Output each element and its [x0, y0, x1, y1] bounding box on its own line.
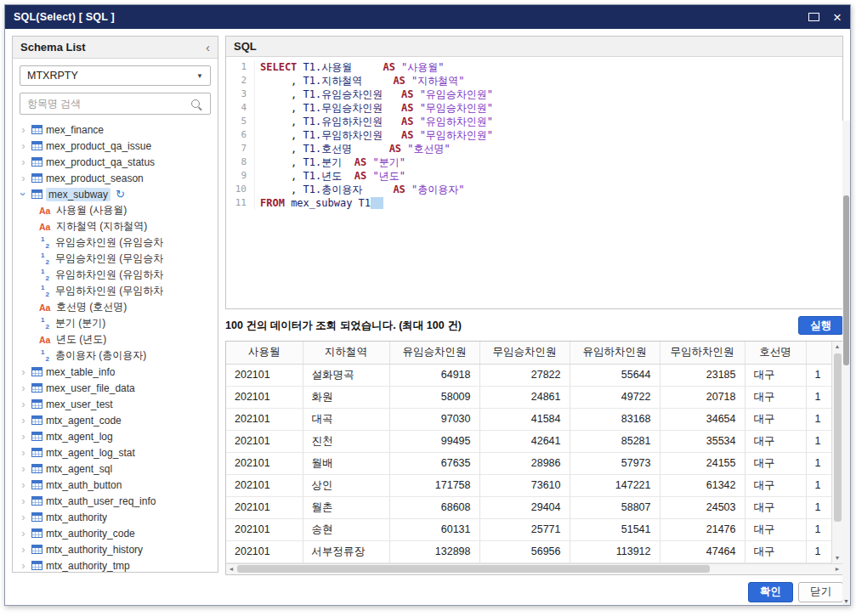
cell[interactable]: 대구 [745, 408, 806, 430]
tree-column-item[interactable]: 12분기 (분기) [13, 315, 209, 331]
cell[interactable]: 1 [806, 386, 831, 408]
tree-table-item[interactable]: ›mtx_auth_user_req_info [13, 493, 209, 509]
cell[interactable]: 21476 [660, 518, 745, 540]
cell[interactable]: 월배 [303, 452, 389, 474]
cell[interactable]: 171758 [389, 474, 479, 496]
cell[interactable]: 대구 [745, 474, 806, 496]
table-row[interactable]: 202101대곡97030415848316834654대구1 [226, 408, 831, 430]
tree-table-item[interactable]: ›mtx_authority_code [13, 525, 209, 541]
results-vscrollbar[interactable]: ▲ ▼ [831, 342, 842, 563]
cell[interactable]: 99495 [389, 430, 479, 452]
tree-column-item[interactable]: 12무임승차인원 (무임승차 [13, 251, 209, 267]
chevron-right-icon[interactable]: › [19, 544, 28, 555]
tree-column-item[interactable]: Aa지하철역 (지하철역) [13, 218, 209, 235]
tree-table-item[interactable]: ›mex_user_test [13, 396, 209, 412]
cell[interactable]: 202101 [226, 452, 303, 474]
scroll-right-icon[interactable]: ► [832, 566, 842, 572]
search-input[interactable] [20, 98, 191, 110]
column-header[interactable]: 지하철역 [303, 342, 389, 364]
cell[interactable]: 85281 [570, 430, 660, 452]
scroll-down-icon[interactable]: ▼ [835, 553, 841, 563]
cell[interactable]: 35534 [660, 430, 745, 452]
chevron-right-icon[interactable]: › [19, 447, 28, 458]
tree-table-item[interactable]: ›mex_user_file_data [13, 380, 209, 396]
chevron-right-icon[interactable]: › [19, 366, 28, 377]
tree-column-item[interactable]: Aa년도 (년도) [13, 331, 209, 348]
chevron-right-icon[interactable]: › [19, 431, 28, 442]
cell[interactable]: 대구 [745, 496, 806, 518]
cell[interactable]: 56956 [479, 540, 570, 562]
scroll-down-icon[interactable]: ▼ [842, 598, 850, 604]
table-row[interactable]: 202101송현60131257715154121476대구1 [226, 518, 831, 540]
close-button[interactable]: 닫기 [798, 582, 843, 602]
cell[interactable]: 113912 [570, 540, 660, 562]
close-icon[interactable]: × [833, 10, 842, 25]
cell[interactable]: 60131 [389, 518, 479, 540]
cell[interactable]: 47464 [660, 540, 745, 562]
chevron-right-icon[interactable]: › [19, 528, 28, 539]
tree-table-item[interactable]: ›mtx_agent_code [13, 412, 209, 428]
cell[interactable]: 202101 [226, 474, 303, 496]
chevron-right-icon[interactable]: › [19, 479, 28, 490]
tree-table-item[interactable]: ›mex_product_season [13, 170, 209, 186]
cell[interactable]: 42641 [479, 430, 570, 452]
tree-table-item[interactable]: ›mex_product_qa_issue [13, 138, 209, 154]
table-row[interactable]: 202101화원58009248614972220718대구1 [226, 386, 831, 408]
cell[interactable]: 132898 [389, 540, 479, 562]
cell[interactable]: 57973 [570, 452, 660, 474]
table-row[interactable]: 202101설화명곡64918278225564423185대구1 [226, 364, 831, 386]
column-header[interactable]: 호선명 [745, 342, 806, 364]
cell[interactable]: 1 [806, 408, 831, 430]
cell[interactable]: 1 [806, 452, 831, 474]
cell[interactable]: 67635 [389, 452, 479, 474]
tree-column-item[interactable]: 12유임하차인원 (유임하차 [13, 267, 209, 283]
cell[interactable]: 대곡 [303, 408, 389, 430]
cell[interactable]: 27822 [479, 364, 570, 386]
chevron-right-icon[interactable]: › [19, 140, 28, 151]
tree-table-item[interactable]: ›mex_table_info [13, 364, 209, 380]
cell[interactable]: 대구 [745, 430, 806, 452]
cell[interactable]: 83168 [570, 408, 660, 430]
chevron-right-icon[interactable]: › [19, 511, 28, 523]
maximize-icon[interactable] [808, 13, 819, 21]
tree-column-item[interactable]: 12무임하차인원 (무임하차 [13, 283, 209, 299]
cell[interactable]: 1 [806, 474, 831, 496]
cell[interactable]: 202101 [226, 496, 303, 518]
cell[interactable]: 202101 [226, 430, 303, 452]
cell[interactable]: 1 [806, 496, 831, 518]
chevron-right-icon[interactable]: › [19, 398, 28, 410]
cell[interactable]: 58807 [570, 496, 660, 518]
cell[interactable]: 서부정류장 [303, 540, 389, 562]
cell[interactable]: 24155 [660, 452, 745, 474]
tree-table-item[interactable]: ›mtx_authority_history [13, 541, 209, 557]
cell[interactable]: 상인 [303, 474, 389, 496]
sql-code-editor[interactable]: 1SELECT T1.사용월 AS "사용월"2 , T1.지하철역 AS "지… [226, 57, 842, 308]
scroll-up-icon[interactable]: ▲ [835, 342, 841, 352]
table-row[interactable]: 202101상인1717587361014722161342대구1 [226, 474, 831, 496]
results-hscrollbar-thumb[interactable] [237, 565, 710, 573]
tree-table-item[interactable]: ›mtx_auth_button [13, 477, 209, 493]
cell[interactable]: 대구 [745, 540, 806, 562]
cell[interactable]: 설화명곡 [303, 364, 389, 386]
column-header[interactable]: 유임하차인원 [570, 342, 660, 364]
cell[interactable]: 49722 [570, 386, 660, 408]
table-row[interactable]: 202101서부정류장1328985695611391247464대구1 [226, 540, 831, 562]
cell[interactable]: 41584 [479, 408, 570, 430]
cell[interactable]: 진천 [303, 430, 389, 452]
search-icon[interactable] [191, 99, 200, 108]
chevron-right-icon[interactable]: › [18, 189, 29, 199]
cell[interactable]: 61342 [660, 474, 745, 496]
cell[interactable]: 29404 [479, 496, 570, 518]
cell[interactable]: 24503 [660, 496, 745, 518]
chevron-right-icon[interactable]: › [19, 495, 28, 506]
table-row[interactable]: 202101월촌68608294045880724503대구1 [226, 496, 831, 518]
cell[interactable]: 51541 [570, 518, 660, 540]
collapse-panel-icon[interactable]: ‹ [206, 40, 210, 54]
cell[interactable]: 25771 [479, 518, 570, 540]
cell[interactable]: 202101 [226, 364, 303, 386]
cell[interactable]: 55644 [570, 364, 660, 386]
cell[interactable]: 97030 [389, 408, 479, 430]
tree-column-item[interactable]: 12총이용자 (총이용자) [13, 348, 209, 364]
chevron-right-icon[interactable]: › [19, 124, 28, 135]
cell[interactable]: 202101 [226, 540, 303, 562]
